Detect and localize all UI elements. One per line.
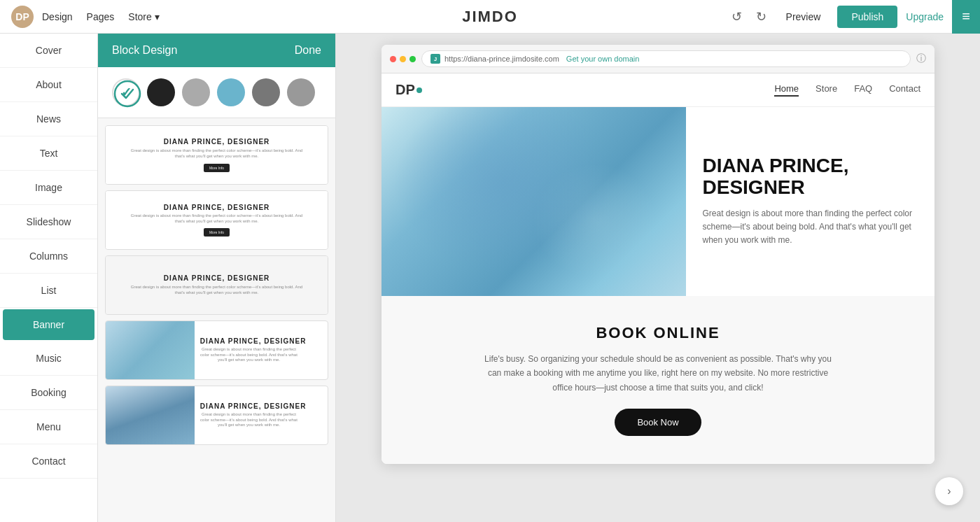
tmpl4-title: DIANA PRINCE, DESIGNER bbox=[200, 337, 307, 345]
avatar[interactable]: DP bbox=[11, 6, 34, 28]
hero-section: DIANA PRINCE,DESIGNER Great design is ab… bbox=[382, 107, 934, 296]
templates-list: DIANA PRINCE, DESIGNER Great design is a… bbox=[98, 118, 335, 452]
site-nav-links: Home Store FAQ Contact bbox=[774, 83, 920, 97]
browser-dot-yellow bbox=[400, 56, 406, 62]
sidebar-item-cover[interactable]: Cover bbox=[0, 34, 97, 68]
publish-button[interactable]: Publish bbox=[837, 6, 897, 28]
tmpl2-sub: Great design is about more than finding … bbox=[128, 213, 306, 225]
sidebar-item-text[interactable]: Text bbox=[0, 136, 97, 171]
tmpl1-sub: Great design is about more than finding … bbox=[128, 148, 306, 160]
book-description: Life's busy. So organizing your schedule… bbox=[483, 352, 833, 395]
site-nav: DP Home Store FAQ Contact bbox=[382, 73, 934, 107]
template-2[interactable]: DIANA PRINCE, DESIGNER Great design is a… bbox=[105, 190, 328, 250]
sidebar-item-news[interactable]: News bbox=[0, 102, 97, 136]
book-section: BOOK ONLINE Life's busy. So organizing y… bbox=[382, 296, 934, 464]
template-1[interactable]: DIANA PRINCE, DESIGNER Great design is a… bbox=[105, 125, 328, 185]
menu-button[interactable]: ≡ bbox=[952, 0, 980, 34]
undo-button[interactable]: ↺ bbox=[729, 6, 745, 27]
site-nav-faq[interactable]: FAQ bbox=[854, 83, 872, 97]
block-design-title: Block Design bbox=[112, 44, 177, 57]
sidebar-item-columns[interactable]: Columns bbox=[0, 239, 97, 274]
tmpl3-sub: Great design is about more than finding … bbox=[128, 285, 306, 296]
block-design-header: Block Design Done bbox=[98, 34, 335, 67]
swatch-blue[interactable] bbox=[217, 78, 245, 106]
main-body: Cover About News Text Image Slideshow Co… bbox=[0, 34, 980, 522]
book-now-button[interactable]: Book Now bbox=[615, 409, 701, 436]
browser-url-bar[interactable]: J https://diana-prince.jimdosite.com Get… bbox=[421, 50, 911, 67]
sidebar-item-about[interactable]: About bbox=[0, 68, 97, 102]
nav-design[interactable]: Design bbox=[42, 11, 73, 22]
browser-chrome: J https://diana-prince.jimdosite.com Get… bbox=[382, 45, 934, 464]
nav-pages[interactable]: Pages bbox=[87, 11, 115, 22]
top-nav-right: ↺ ↻ Preview Publish Upgrade ≡ bbox=[729, 0, 969, 34]
swatch-gray[interactable] bbox=[182, 78, 210, 106]
sidebar-item-contact[interactable]: Contact bbox=[0, 444, 97, 479]
site-logo: DP bbox=[396, 82, 422, 98]
sidebar-item-slideshow[interactable]: Slideshow bbox=[0, 205, 97, 239]
color-swatches bbox=[98, 67, 335, 118]
tmpl5-sub: Great design is about more than finding … bbox=[200, 412, 298, 428]
template-5[interactable]: DIANA PRINCE, DESIGNER Great design is a… bbox=[105, 386, 328, 445]
tmpl2-btn: More Info bbox=[204, 228, 230, 237]
browser-bar: J https://diana-prince.jimdosite.com Get… bbox=[382, 45, 934, 73]
swatch-mid-gray[interactable] bbox=[287, 78, 315, 106]
redo-button[interactable]: ↻ bbox=[753, 6, 769, 27]
scroll-right-button[interactable]: › bbox=[935, 477, 963, 505]
tmpl1-title: DIANA PRINCE, DESIGNER bbox=[164, 138, 270, 146]
sidebar-item-music[interactable]: Music bbox=[0, 341, 97, 376]
upgrade-button[interactable]: Upgrade bbox=[906, 11, 944, 22]
tmpl3-title: DIANA PRINCE, DESIGNER bbox=[164, 274, 270, 282]
hero-content: DIANA PRINCE,DESIGNER Great design is ab… bbox=[686, 107, 935, 296]
top-nav: DP Design Pages Store ▾ JIMDO ↺ ↻ Previe… bbox=[0, 0, 980, 34]
hero-description: Great design is about more than finding … bbox=[703, 207, 918, 248]
preview-button[interactable]: Preview bbox=[778, 7, 830, 27]
browser-url-icon: J bbox=[430, 54, 440, 64]
site-nav-contact[interactable]: Contact bbox=[889, 83, 920, 97]
site-nav-home[interactable]: Home bbox=[774, 83, 799, 97]
left-sidebar: Cover About News Text Image Slideshow Co… bbox=[0, 34, 98, 522]
tmpl5-image bbox=[106, 386, 195, 444]
brand-logo: JIMDO bbox=[462, 8, 518, 26]
swatch-black[interactable] bbox=[147, 78, 175, 106]
block-design-panel: Block Design Done DIANA PRINCE, DESIGNER… bbox=[98, 34, 336, 522]
browser-info-icon[interactable]: ⓘ bbox=[916, 52, 926, 65]
tmpl4-image bbox=[106, 321, 195, 379]
hero-title: DIANA PRINCE,DESIGNER bbox=[703, 155, 918, 199]
swatch-white[interactable] bbox=[112, 78, 140, 106]
template-4[interactable]: DIANA PRINCE, DESIGNER Great design is a… bbox=[105, 320, 328, 380]
book-title: BOOK ONLINE bbox=[398, 324, 918, 342]
swatch-dark-gray[interactable] bbox=[252, 78, 280, 106]
sidebar-item-menu[interactable]: Menu bbox=[0, 410, 97, 444]
website-preview: J https://diana-prince.jimdosite.com Get… bbox=[336, 34, 980, 522]
site-logo-dot bbox=[416, 87, 422, 93]
sidebar-item-booking[interactable]: Booking bbox=[0, 376, 97, 410]
browser-url-text: https://diana-prince.jimdosite.com bbox=[444, 55, 559, 63]
tmpl5-title: DIANA PRINCE, DESIGNER bbox=[200, 402, 307, 410]
sidebar-item-list[interactable]: List bbox=[0, 274, 97, 308]
browser-dot-red bbox=[390, 56, 396, 62]
site-logo-text: DP bbox=[396, 82, 415, 98]
site-nav-store[interactable]: Store bbox=[816, 83, 837, 97]
tmpl4-sub: Great design is about more than finding … bbox=[200, 347, 298, 363]
browser-dots bbox=[390, 56, 416, 62]
svg-point-0 bbox=[115, 81, 140, 106]
browser-dot-green bbox=[410, 56, 416, 62]
sidebar-item-image[interactable]: Image bbox=[0, 171, 97, 205]
get-domain-link[interactable]: Get your own domain bbox=[566, 55, 640, 63]
tmpl2-title: DIANA PRINCE, DESIGNER bbox=[164, 204, 270, 211]
done-button[interactable]: Done bbox=[295, 44, 321, 57]
sidebar-item-banner[interactable]: Banner bbox=[3, 309, 94, 340]
hero-image bbox=[382, 107, 686, 296]
nav-store[interactable]: Store ▾ bbox=[128, 11, 159, 22]
template-3[interactable]: DIANA PRINCE, DESIGNER Great design is a… bbox=[105, 255, 328, 315]
tmpl1-btn: More Info bbox=[204, 164, 230, 172]
